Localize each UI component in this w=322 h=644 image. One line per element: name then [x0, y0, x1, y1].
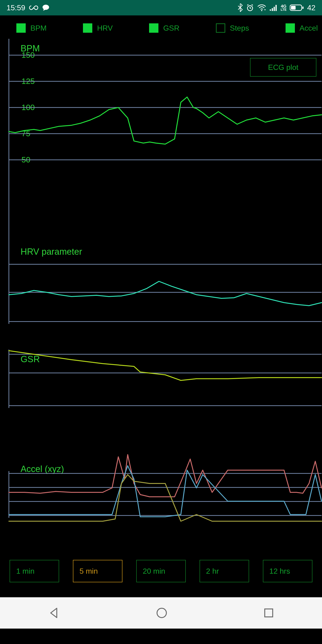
home-icon[interactable] — [156, 607, 168, 619]
plots-canvas — [0, 16, 322, 597]
cellular-icon — [270, 4, 277, 11]
wifi-icon — [257, 4, 266, 11]
bluetooth-icon — [238, 4, 243, 12]
status-time: 15:59 — [6, 4, 25, 12]
back-icon[interactable] — [48, 607, 60, 619]
range-5min[interactable]: 5 min — [73, 560, 122, 582]
svg-rect-8 — [302, 6, 304, 9]
svg-point-2 — [270, 9, 271, 11]
status-bar: 15:59 4GLTE 42 — [0, 0, 322, 16]
battery-percent: 42 — [307, 4, 316, 12]
recents-icon[interactable] — [263, 608, 274, 618]
alarm-icon — [246, 4, 254, 12]
infinity-icon — [29, 5, 38, 10]
svg-rect-5 — [276, 5, 277, 11]
svg-rect-7 — [291, 6, 296, 10]
range-2hr[interactable]: 2 hr — [200, 560, 249, 582]
plot-area: BPM HRV GSR Steps Accel ECG plot BPM HRV… — [0, 16, 322, 597]
svg-point-27 — [157, 608, 166, 618]
range-12hrs[interactable]: 12 hrs — [263, 560, 312, 582]
time-range-row: 1 min 5 min 20 min 2 hr 12 hrs — [0, 560, 322, 582]
svg-rect-3 — [272, 8, 273, 11]
range-20min[interactable]: 20 min — [136, 560, 186, 582]
svg-point-1 — [261, 10, 262, 11]
range-1min[interactable]: 1 min — [10, 560, 59, 582]
svg-rect-28 — [265, 609, 273, 617]
android-nav-bar — [0, 597, 322, 628]
network-type: 4GLTE — [281, 4, 286, 11]
svg-rect-4 — [274, 7, 275, 11]
chat-icon — [42, 4, 50, 12]
battery-icon — [290, 4, 304, 11]
